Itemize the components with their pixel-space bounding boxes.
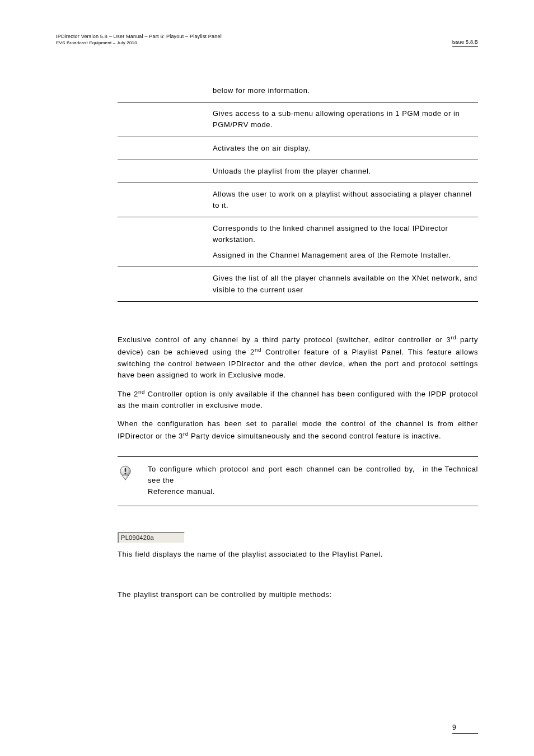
table-cell: Allows the user to work on a playlist wi… [213,183,478,217]
table-row [118,102,213,137]
page-number: 9 [452,724,456,732]
table-cell: Corresponds to the linked channel assign… [213,217,478,267]
table-row [118,137,213,160]
table-row [118,267,213,301]
svg-rect-1 [125,468,127,472]
header-doc-title: IPDirector Version 5.8 – User Manual – P… [56,34,222,40]
header-issue: Issue 5.8.B [452,39,478,46]
table-row [118,160,213,183]
note-line: To configure which protocol and port eac… [148,464,415,486]
svg-point-2 [125,473,127,475]
caution-icon [118,465,133,483]
page-footer: 9 [452,724,478,734]
note-line: in the Technical [423,464,478,486]
body-paragraph: The 2nd Controller option is only availa… [118,388,478,412]
table-cell: Unloads the playlist from the player cha… [213,160,478,183]
table-cell: Gives the list of all the player channel… [213,267,478,301]
playlist-name-field-screenshot: PL090420a [118,532,185,543]
table-row [118,80,213,102]
note-line: Reference manual. [148,486,478,497]
table-cell: below for more information. [213,80,478,102]
table-cell: Gives access to a sub-menu allowing oper… [213,102,478,137]
body-paragraph: This field displays the name of the play… [118,549,478,560]
table-cell-line: Assigned in the Channel Management area … [213,250,478,261]
table-row [118,183,213,217]
body-paragraph: Exclusive control of any channel by a th… [118,333,478,381]
header-doc-subtitle: EVS Broadcast Equipment – July 2010 [56,40,222,46]
note-block: To configure which protocol and port eac… [118,456,478,506]
note-text: To configure which protocol and port eac… [148,464,478,497]
table-cell: Activates the on air display. [213,137,478,160]
options-table: below for more information. Gives access… [118,80,478,302]
page-header: IPDirector Version 5.8 – User Manual – P… [56,34,478,46]
body-paragraph: When the configuration has been set to p… [118,418,478,442]
page-number-rule [452,733,478,734]
table-cell-line: Corresponds to the linked channel assign… [213,223,478,245]
table-row [118,217,213,267]
body-paragraph: The playlist transport can be controlled… [118,589,478,600]
header-left: IPDirector Version 5.8 – User Manual – P… [56,34,222,46]
